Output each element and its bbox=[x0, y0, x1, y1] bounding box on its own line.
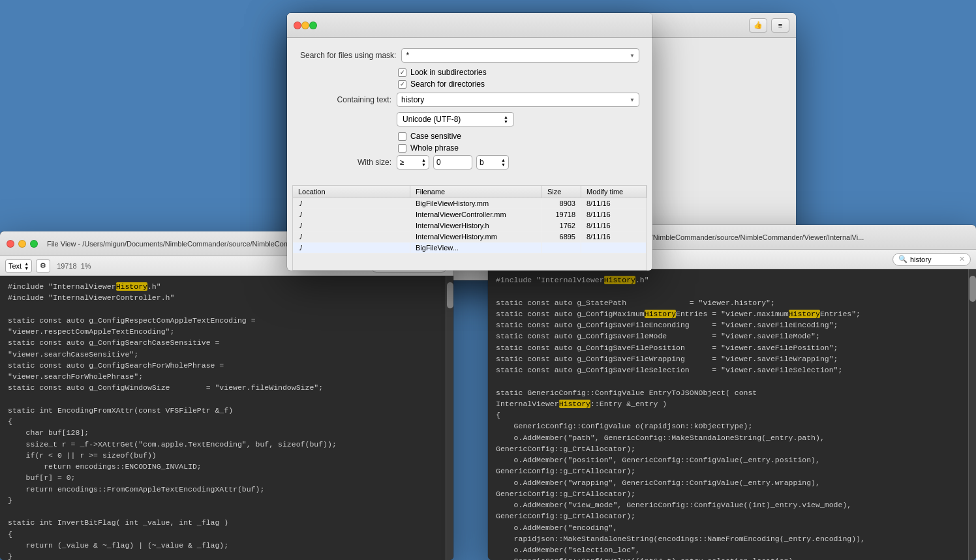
containing-text-row: Containing text: history ▼ bbox=[300, 93, 639, 107]
minimize-button[interactable] bbox=[18, 240, 26, 248]
unit-stepper[interactable]: ▲▼ bbox=[501, 158, 506, 167]
encoding-select[interactable]: Unicode (UTF-8) ▲▼ bbox=[397, 112, 514, 126]
size-operator: ≥ bbox=[400, 158, 404, 167]
cell-size: 1762 bbox=[542, 220, 581, 231]
size-unit: b bbox=[480, 158, 484, 167]
right-scrollbar[interactable] bbox=[968, 269, 976, 560]
results-body: ./ BigFileViewHistory.mm 8903 8/11/16 ./… bbox=[293, 198, 647, 270]
mask-label: Search for files using mask: bbox=[300, 51, 396, 60]
cell-filename: BigFileView... bbox=[410, 243, 542, 253]
text-mode-select[interactable]: Text ▲▼ bbox=[5, 259, 32, 273]
text-mode-stepper[interactable]: ▲▼ bbox=[24, 261, 29, 271]
encoding-stepper[interactable]: ▲▼ bbox=[504, 115, 508, 124]
cell-modify: 8/11/16 bbox=[581, 209, 647, 220]
zoom-level: 1% bbox=[81, 262, 91, 270]
right-viewer-content-wrapper: #include "InternalViewerHistory.h" stati… bbox=[488, 269, 976, 560]
subdirectories-label: Look in subdirectories bbox=[410, 68, 487, 77]
whole-phrase-checkbox[interactable] bbox=[398, 144, 406, 153]
cell-modify: 8/11/16 bbox=[581, 220, 647, 231]
mask-input[interactable]: * ▼ bbox=[401, 48, 639, 63]
col-filename[interactable]: Filename bbox=[410, 186, 542, 198]
cell-filename: BigFileViewHistory.mm bbox=[410, 198, 542, 209]
text-dropdown-arrow: ▼ bbox=[630, 97, 635, 103]
cell-modify bbox=[581, 243, 647, 253]
search-directories-label: Search for directories bbox=[410, 80, 485, 89]
subdirectories-checkbox[interactable] bbox=[398, 68, 406, 77]
search-input-box[interactable]: 🔍 history ✕ bbox=[892, 253, 971, 266]
search-dialog-titlebar bbox=[287, 13, 652, 38]
close-button[interactable] bbox=[7, 240, 14, 248]
cell-size: 8903 bbox=[542, 198, 581, 209]
searchdir-checkbox-row: Search for directories bbox=[398, 80, 639, 89]
mask-row: Search for files using mask: * ▼ bbox=[300, 48, 639, 63]
table-row[interactable]: ./ InternalViewerHistory.h 1762 8/11/16 bbox=[293, 220, 647, 231]
results-header: Location Filename Size Modify time bbox=[293, 186, 647, 198]
table-row[interactable]: ./ BigFileViewHistory.mm 8903 8/11/16 bbox=[293, 198, 647, 209]
maximize-button[interactable] bbox=[309, 22, 317, 29]
search-form: Search for files using mask: * ▼ Look in… bbox=[287, 38, 652, 185]
left-viewer-content-wrapper: #include "InternalViewerHistory.h"#inclu… bbox=[0, 276, 453, 560]
gear-button[interactable]: ⚙ bbox=[36, 259, 50, 273]
minimize-button[interactable] bbox=[301, 22, 309, 29]
size-row: With size: ≥ ▲▼ 0 b ▲▼ bbox=[300, 155, 639, 169]
cell-filename: InternalViewerHistory.h bbox=[410, 220, 542, 231]
col-size[interactable]: Size bbox=[542, 186, 581, 198]
search-dialog: Search for files using mask: * ▼ Look in… bbox=[287, 13, 652, 271]
case-sensitive-checkbox[interactable] bbox=[398, 132, 406, 141]
table-row[interactable]: ./ InternalViewerController.mm 19718 8/1… bbox=[293, 209, 647, 220]
cell-filename: InternalViewerHistory.mm bbox=[410, 231, 542, 242]
cell-modify: 8/11/16 bbox=[581, 198, 647, 209]
containing-text-input[interactable]: history ▼ bbox=[397, 93, 639, 107]
left-viewer-content: #include "InternalViewerHistory.h"#inclu… bbox=[0, 276, 446, 560]
search-value: history bbox=[910, 256, 931, 263]
whole-phrase-row: Whole phrase bbox=[398, 143, 639, 153]
size-operator-select[interactable]: ≥ ▲▼ bbox=[397, 155, 429, 169]
cell-size: 19718 bbox=[542, 209, 581, 220]
text-mode-label: Text bbox=[8, 262, 22, 270]
containing-text-label: Containing text: bbox=[300, 95, 391, 104]
maximize-button[interactable] bbox=[30, 240, 38, 248]
size-unit-select[interactable]: b ▲▼ bbox=[476, 155, 509, 169]
close-button[interactable] bbox=[294, 22, 301, 29]
cell-size bbox=[542, 243, 581, 253]
line-count: 19718 bbox=[57, 262, 77, 270]
menu-button-right[interactable]: ≡ bbox=[771, 18, 789, 33]
cell-filename: InternalViewerController.mm bbox=[410, 209, 542, 220]
mask-value: * bbox=[406, 51, 409, 60]
search-icon: 🔍 bbox=[898, 255, 907, 263]
encoding-value: Unicode (UTF-8) bbox=[403, 115, 461, 124]
table-row[interactable]: ./ InternalViewerHistory.mm 6895 8/11/16 bbox=[293, 231, 647, 243]
left-scrollbar-thumb[interactable] bbox=[447, 282, 453, 308]
clear-search-icon[interactable]: ✕ bbox=[959, 255, 965, 263]
size-value: 0 bbox=[436, 158, 441, 167]
with-size-label: With size: bbox=[300, 158, 391, 167]
search-directories-checkbox[interactable] bbox=[398, 80, 406, 89]
cell-location: ./ bbox=[293, 243, 410, 253]
cell-location: ./ bbox=[293, 220, 410, 231]
left-file-viewer: File View - /Users/migun/Documents/Nimbl… bbox=[0, 231, 453, 560]
results-table: Location Filename Size Modify time ./ Bi… bbox=[292, 185, 647, 271]
encoding-row: Unicode (UTF-8) ▲▼ bbox=[300, 112, 639, 126]
table-row[interactable]: ./ BigFileView... bbox=[293, 243, 647, 254]
operator-stepper[interactable]: ▲▼ bbox=[421, 158, 426, 167]
whole-phrase-label: Whole phrase bbox=[410, 143, 459, 153]
col-location[interactable]: Location bbox=[293, 186, 410, 198]
case-sensitive-label: Case sensitive bbox=[410, 132, 461, 141]
containing-text-value: history bbox=[401, 95, 424, 104]
cell-location: ./ bbox=[293, 198, 410, 209]
subdir-checkbox-row: Look in subdirectories bbox=[398, 68, 639, 77]
right-scrollbar-thumb[interactable] bbox=[969, 276, 976, 302]
col-modify[interactable]: Modify time bbox=[581, 186, 647, 198]
case-sensitive-row: Case sensitive bbox=[398, 132, 639, 141]
cell-modify: 8/11/16 bbox=[581, 231, 647, 242]
cell-location: ./ bbox=[293, 209, 410, 220]
cell-location: ./ bbox=[293, 231, 410, 242]
left-scrollbar[interactable] bbox=[446, 276, 453, 560]
right-file-viewer: File View - /Users/migun/Documents/Nimbl… bbox=[488, 225, 976, 560]
size-value-input[interactable]: 0 bbox=[433, 155, 472, 169]
right-viewer-content: #include "InternalViewerHistory.h" stati… bbox=[488, 269, 968, 560]
like-button-right[interactable]: 👍 bbox=[749, 18, 767, 33]
mask-dropdown-arrow: ▼ bbox=[630, 53, 635, 59]
cell-size: 6895 bbox=[542, 231, 581, 242]
